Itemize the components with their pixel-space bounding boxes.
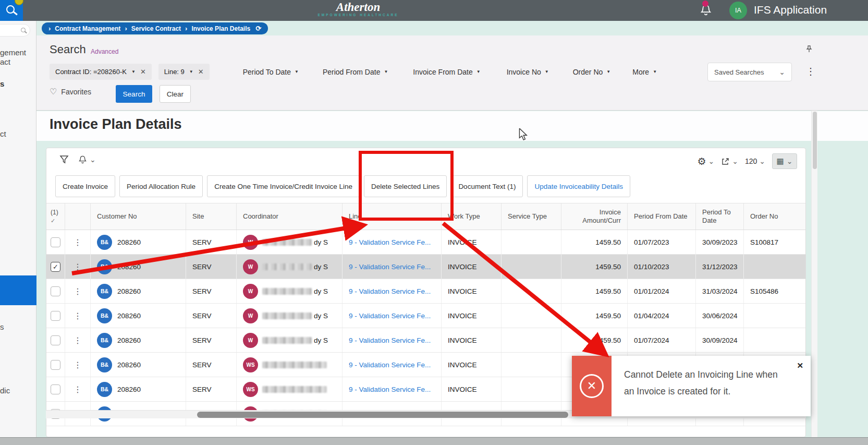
- breadcrumb-contract-management[interactable]: Contract Management: [55, 25, 120, 32]
- row-checkbox[interactable]: [51, 384, 60, 394]
- breadcrumb-service-contract[interactable]: Service Contract: [131, 25, 181, 32]
- period-allocation-rule-button[interactable]: Period Allocation Rule: [119, 175, 203, 197]
- filter-chip-contract-id[interactable]: Contract ID: =208260-K ▼ ✕: [50, 64, 152, 80]
- filter-order-no[interactable]: Order No▼: [573, 68, 611, 76]
- notifications-button[interactable]: [699, 4, 713, 17]
- row-checkbox[interactable]: [51, 286, 60, 296]
- period-to-cell: 30/09/2023: [696, 230, 744, 254]
- filter-chip-line[interactable]: Line: 9 ▼ ✕: [158, 64, 210, 80]
- sidebar-item-fragment[interactable]: gement: [0, 48, 26, 57]
- site-cell: SERV: [186, 230, 237, 254]
- row-checkbox[interactable]: [51, 311, 60, 321]
- sidebar-item-fragment[interactable]: s: [0, 322, 4, 331]
- row-kebab-icon[interactable]: ⋮: [74, 286, 82, 296]
- create-invoice-button[interactable]: Create Invoice: [55, 175, 115, 197]
- line-link[interactable]: 9 - Validation Service Fe...: [349, 238, 431, 246]
- update-invoiceability-details-button[interactable]: Update Invoiceability Details: [527, 175, 630, 197]
- toast-close-icon[interactable]: ✕: [797, 361, 803, 370]
- column-header-period-to-date[interactable]: Period To Date: [696, 203, 744, 230]
- row-menu-cell: ⋮: [65, 255, 91, 279]
- favorites-control[interactable]: ♡ Favorites: [50, 87, 91, 97]
- line-link[interactable]: 9 - Validation Service Fe...: [349, 386, 431, 393]
- subscribe-bell-button[interactable]: ⌄: [78, 155, 96, 165]
- row-kebab-icon[interactable]: ⋮: [74, 311, 82, 321]
- search-button[interactable]: Search: [116, 85, 152, 103]
- row-kebab-icon[interactable]: ⋮: [74, 384, 82, 394]
- column-header-order-no[interactable]: Order No: [744, 203, 805, 230]
- work-type-cell: INVOICE: [442, 304, 502, 328]
- column-header-work-type[interactable]: Work Type: [442, 203, 502, 230]
- coordinator-redacted: [262, 239, 312, 246]
- sidebar-item-fragment[interactable]: ct: [0, 129, 6, 138]
- export-button[interactable]: ⌄: [721, 157, 738, 166]
- chip-remove-icon[interactable]: ✕: [198, 68, 204, 76]
- search-options-kebab[interactable]: ⋮: [806, 66, 816, 77]
- filter-label: Period To Date: [243, 68, 291, 76]
- filter-invoice-no[interactable]: Invoice No▼: [507, 68, 549, 76]
- filter-more[interactable]: More▼: [632, 68, 657, 76]
- line-link[interactable]: 9 - Validation Service Fe...: [349, 287, 431, 295]
- row-checkbox[interactable]: [51, 237, 60, 247]
- view-mode-button[interactable]: ▦ ⌄: [772, 153, 797, 169]
- settings-button[interactable]: ⚙ ⌄: [697, 155, 714, 167]
- customer-cell: B& 208260: [91, 230, 186, 254]
- row-checkbox[interactable]: [51, 262, 60, 272]
- create-one-time-invoice-button[interactable]: Create One Time Invoice/Credit Invoice L…: [207, 175, 360, 197]
- row-select-cell: [46, 377, 65, 401]
- caret-down-icon: ▼: [545, 69, 549, 74]
- column-header-site[interactable]: Site: [186, 203, 237, 230]
- document-text-button[interactable]: Document Text (1): [451, 175, 523, 197]
- customer-cell: B& 208260: [91, 377, 186, 401]
- row-checkbox[interactable]: [51, 360, 60, 370]
- global-search-tile[interactable]: [0, 0, 23, 21]
- column-header-coordinator[interactable]: Coordinator: [237, 203, 343, 230]
- row-kebab-icon[interactable]: ⋮: [74, 335, 82, 345]
- line-link[interactable]: 9 - Validation Service Fe...: [349, 312, 431, 320]
- pin-icon[interactable]: [805, 45, 813, 53]
- filter-period-to-date[interactable]: Period To Date▼: [243, 68, 299, 76]
- line-link[interactable]: 9 - Validation Service Fe...: [349, 361, 431, 369]
- sidebar: gement act s ct s dic: [0, 21, 36, 445]
- row-checkbox[interactable]: [51, 335, 60, 345]
- coordinator-cell: W dy S: [237, 304, 343, 328]
- bell-icon: [78, 155, 88, 165]
- row-select-cell: [46, 304, 65, 328]
- horizontal-scrollbar-thumb[interactable]: [197, 412, 568, 418]
- customer-badge: B&: [97, 259, 112, 274]
- filter-invoice-from-date[interactable]: Invoice From Date▼: [413, 68, 480, 76]
- sidebar-item-active[interactable]: [0, 275, 36, 305]
- delete-selected-lines-button[interactable]: Delete Selected Lines: [364, 175, 447, 197]
- column-header-invoice-amount[interactable]: Invoice Amount/Curr: [561, 203, 628, 230]
- service-type-cell: [502, 377, 561, 401]
- line-link[interactable]: 9 - Validation Service Fe...: [349, 263, 431, 271]
- filter-period-from-date[interactable]: Period From Date▼: [323, 68, 388, 76]
- column-header-service-type[interactable]: Service Type: [502, 203, 561, 230]
- select-all-header[interactable]: (1) ✓: [46, 203, 65, 230]
- user-avatar[interactable]: IA: [729, 2, 747, 19]
- line-link[interactable]: 9 - Validation Service Fe...: [349, 336, 431, 344]
- row-kebab-icon[interactable]: ⋮: [74, 262, 82, 272]
- sidebar-item-fragment[interactable]: dic: [0, 386, 10, 395]
- refresh-icon[interactable]: ⟳: [255, 25, 261, 32]
- column-header-customer-no[interactable]: Customer No: [91, 203, 186, 230]
- saved-searches-select[interactable]: Saved Searches ⌄: [707, 63, 792, 81]
- advanced-search-link[interactable]: Advanced: [91, 48, 118, 55]
- sidebar-item-fragment[interactable]: act: [0, 57, 10, 66]
- row-kebab-icon[interactable]: ⋮: [74, 360, 82, 370]
- row-menu-cell: ⋮: [65, 230, 91, 254]
- caret-down-icon[interactable]: ▼: [189, 69, 193, 74]
- clear-button[interactable]: Clear: [160, 85, 191, 103]
- column-header-period-from-date[interactable]: Period From Date: [628, 203, 696, 230]
- column-header-line[interactable]: Line: [343, 203, 442, 230]
- breadcrumb-invoice-plan-details[interactable]: Invoice Plan Details: [191, 25, 250, 32]
- row-kebab-icon[interactable]: ⋮: [74, 237, 82, 247]
- vertical-scrollbar-thumb[interactable]: [813, 112, 817, 169]
- filter-funnel-icon[interactable]: [59, 154, 69, 165]
- customer-badge: B&: [97, 333, 112, 348]
- page-size-select[interactable]: 120 ⌄: [745, 157, 765, 165]
- sidebar-item-fragment[interactable]: s: [0, 79, 4, 88]
- chevron-down-icon: ⌄: [90, 158, 96, 162]
- sidebar-search-input[interactable]: [0, 24, 30, 37]
- caret-down-icon[interactable]: ▼: [131, 69, 136, 74]
- chip-remove-icon[interactable]: ✕: [140, 68, 146, 76]
